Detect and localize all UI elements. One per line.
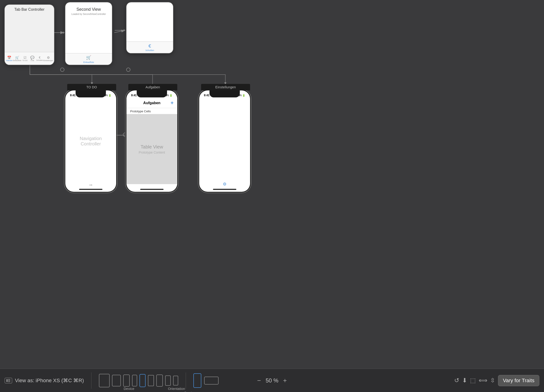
- iphone-4s-shape: [173, 376, 178, 386]
- einstellungen-gear-icon: ⚙: [223, 182, 226, 187]
- tab-item-einkaufliste[interactable]: 🛒 Einkaufliste: [13, 56, 21, 61]
- aufgaben-home-indicator: [140, 189, 164, 190]
- todo-icon: ☑: [24, 56, 27, 59]
- tab-label-chat: Chat: [30, 60, 34, 61]
- iphone-xs-shape: [140, 374, 146, 387]
- iphone-8-shape: [148, 375, 154, 386]
- tab-controller-title: Tab Bar Controller: [5, 5, 54, 13]
- tab-bar: 📅 Kalender 🛒 Einkaufliste ☑ TO DO 💬 Chat…: [5, 52, 54, 65]
- device-icons-group: [99, 374, 178, 387]
- arrow-connector-1: [54, 32, 65, 33]
- tab-label-schulden: Schulden: [36, 59, 43, 61]
- second-view-tab-bar: 🛒 Einkaufliste: [65, 53, 112, 65]
- todo-nav-iphone: 9:41 ▐▐▐ WiFi 🔋 Navigation Controller ⇨: [65, 90, 116, 192]
- orientation-bottom-label: Orientation: [168, 387, 185, 391]
- orientation-portrait[interactable]: [193, 373, 201, 388]
- calendar-icon: 📅: [7, 56, 11, 59]
- table-view-sublabel: Prototype Content: [139, 150, 165, 154]
- tab-item-schulden[interactable]: € Schulden: [36, 56, 43, 61]
- zoom-in-button[interactable]: +: [283, 377, 287, 384]
- aufgaben-nav-title: Aufgaben: [143, 101, 160, 105]
- download-icon[interactable]: ⬇: [462, 377, 467, 384]
- landscape-shape: [204, 377, 219, 385]
- iphone-large-shape: [123, 375, 130, 387]
- iphone-slim-shape: [132, 375, 137, 386]
- fit-icon[interactable]: ⬚: [470, 377, 476, 384]
- sidebar-toggle[interactable]: [5, 378, 12, 383]
- cart-icon: 🛒: [15, 56, 19, 59]
- aufgaben-time: 9:41: [131, 94, 137, 97]
- device-iphone-4s[interactable]: [173, 376, 178, 386]
- schulden-tab-icon: €: [148, 43, 151, 49]
- bottom-bar-left: View as: iPhone XS (⌘C ⌘R): [5, 372, 454, 389]
- tab-label-kalender: Kalender: [6, 60, 13, 61]
- aufgaben-iphone: 9:41 ▐▐▐ WiFi 🔋 Aufgaben + Prototype Cel…: [126, 90, 177, 192]
- aufgaben-add-button[interactable]: +: [171, 100, 174, 106]
- vary-for-traits-button[interactable]: Vary for Traits: [498, 375, 539, 386]
- device-iphone-se[interactable]: [165, 375, 171, 386]
- svg-rect-9: [8, 379, 10, 380]
- fit-height-icon[interactable]: ⇳: [490, 377, 495, 384]
- prototype-cells-header: Prototype Cells: [126, 108, 177, 114]
- svg-rect-8: [6, 379, 7, 382]
- fit-width-icon[interactable]: ⟺: [479, 377, 487, 384]
- schulden-view-frame: € Schulden: [126, 2, 173, 53]
- svg-point-4: [60, 68, 64, 72]
- storyboard-canvas[interactable]: Tab Bar Controller 📅 Kalender 🛒 Einkaufl…: [0, 0, 544, 369]
- aufgaben-notch: [137, 90, 167, 98]
- zoom-out-button[interactable]: −: [257, 377, 261, 384]
- einkaufliste-tab-label: Einkaufliste: [83, 61, 94, 63]
- tab-item-kalender[interactable]: 📅 Kalender: [6, 56, 13, 61]
- table-view-area: Table View Prototype Content: [126, 114, 177, 184]
- orientation-divider: [186, 372, 186, 389]
- svg-rect-10: [8, 380, 10, 381]
- device-iphone-xs[interactable]: [140, 374, 146, 387]
- einstellungen-scene-label: Einstellungen: [201, 84, 250, 90]
- refresh-icon[interactable]: ↺: [454, 377, 459, 384]
- chat-icon: 💬: [30, 56, 34, 59]
- einstellungen-time: 9:41: [204, 94, 209, 97]
- todo-time: 9:41: [70, 94, 76, 97]
- device-bottom-label: Device: [124, 387, 134, 391]
- settings-icon: ⚙: [47, 56, 50, 59]
- tab-bar-controller-frame: Tab Bar Controller 📅 Kalender 🛒 Einkaufl…: [5, 5, 54, 65]
- iphone-se-shape: [165, 375, 171, 386]
- device-divider: [91, 372, 91, 389]
- device-iphone-8-plus[interactable]: [156, 375, 163, 387]
- device-iphone-8[interactable]: [148, 375, 154, 386]
- second-view-frame: Second View Loaded by SecondViewControll…: [65, 2, 112, 65]
- zoom-value: 50 %: [266, 377, 278, 384]
- bottom-toolbar: View as: iPhone XS (⌘C ⌘R): [0, 369, 544, 392]
- sidebar-icon: [6, 379, 10, 382]
- device-iphone-large[interactable]: [123, 375, 130, 387]
- todo-scene-label: TO DO: [67, 84, 116, 90]
- table-view-label: Table View: [141, 144, 163, 150]
- orientation-landscape[interactable]: [204, 377, 219, 385]
- device-iphone-slim[interactable]: [132, 375, 137, 386]
- orientation-section: [193, 373, 219, 388]
- svg-rect-11: [8, 381, 10, 382]
- bottom-bar-right: ↺ ⬇ ⬚ ⟺ ⇳ Vary for Traits: [454, 375, 539, 386]
- tab-item-todo[interactable]: ☑ TO DO: [21, 56, 29, 61]
- portrait-shape: [193, 373, 201, 388]
- tab-item-chat[interactable]: 💬 Chat: [29, 56, 36, 61]
- device-ipad-medium[interactable]: [112, 375, 121, 386]
- svg-point-5: [126, 68, 130, 72]
- einstellungen-home-indicator: [213, 189, 236, 190]
- tab-label-einkaufliste: Einkaufliste: [13, 60, 21, 61]
- tab-item-einstellungen[interactable]: ⚙ Einstellungen: [43, 56, 53, 61]
- device-ipad-large[interactable]: [99, 374, 110, 387]
- tab-label-todo: TO DO: [22, 60, 28, 61]
- arrow-connector-2: [115, 30, 125, 31]
- tab-label-einstellungen: Einstellungen: [43, 60, 53, 61]
- view-as-label: View as: iPhone XS (⌘C ⌘R): [15, 378, 84, 384]
- einkaufliste-tab-icon: 🛒: [86, 55, 91, 60]
- nav-controller-label: Navigation Controller: [78, 136, 104, 147]
- zoom-controls: − 50 % +: [257, 377, 287, 384]
- second-view-title: Second View: [65, 2, 112, 13]
- second-view-subtitle: Loaded by SecondViewController: [65, 13, 112, 15]
- orientation-icons: [193, 373, 219, 388]
- einstellungen-iphone: 9:41 ▐▐▐ WiFi 🔋 ⚙: [199, 90, 250, 192]
- ipad-medium-shape: [112, 375, 121, 386]
- iphone-8-plus-shape: [156, 375, 163, 387]
